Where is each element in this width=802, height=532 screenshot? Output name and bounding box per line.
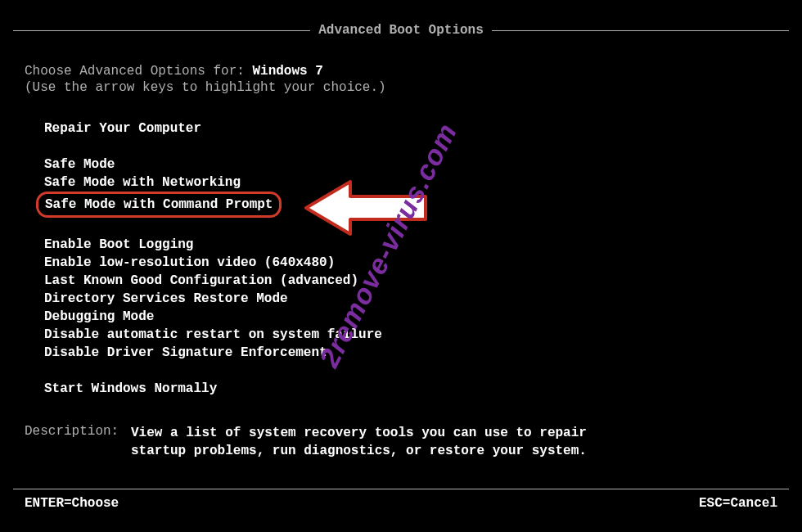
footer-enter-hint: ENTER=Choose (25, 496, 119, 511)
title-bar: Advanced Boot Options (13, 18, 789, 43)
option-safe-mode-networking[interactable]: Safe Mode with Networking (43, 174, 242, 192)
title-line-left (13, 30, 310, 31)
option-debugging-mode[interactable]: Debugging Mode (43, 308, 155, 326)
option-group-1: Repair Your Computer (43, 119, 777, 138)
description-text: View a list of system recovery tools you… (131, 424, 589, 460)
option-safe-mode-command-prompt[interactable]: Safe Mode with Command Prompt (36, 192, 282, 218)
option-enable-boot-logging[interactable]: Enable Boot Logging (43, 236, 195, 254)
page-title: Advanced Boot Options (310, 23, 492, 38)
option-group-4: Start Windows Normally (43, 380, 777, 398)
description-label: Description: (25, 424, 131, 460)
description-block: Description: View a list of system recov… (25, 424, 589, 460)
option-group-2: Safe Mode Safe Mode with Networking Safe… (43, 156, 777, 218)
os-name: Windows 7 (252, 64, 322, 79)
option-group-3: Enable Boot Logging Enable low-resolutio… (43, 236, 777, 362)
option-disable-auto-restart[interactable]: Disable automatic restart on system fail… (43, 326, 384, 344)
option-start-windows-normally[interactable]: Start Windows Normally (43, 380, 219, 398)
option-directory-services-restore[interactable]: Directory Services Restore Mode (43, 290, 290, 308)
option-disable-driver-signature[interactable]: Disable Driver Signature Enforcement (43, 344, 329, 362)
footer-esc-hint: ESC=Cancel (699, 496, 777, 511)
option-last-known-good[interactable]: Last Known Good Configuration (advanced) (43, 272, 360, 290)
options-list: Repair Your Computer Safe Mode Safe Mode… (43, 119, 777, 398)
prompt-line: Choose Advanced Options for: Windows 7 (25, 64, 777, 79)
prompt-prefix: Choose Advanced Options for: (25, 64, 252, 79)
option-safe-mode[interactable]: Safe Mode (43, 156, 116, 174)
option-repair-computer[interactable]: Repair Your Computer (43, 119, 203, 138)
footer-bar: ENTER=Choose ESC=Cancel (25, 496, 777, 511)
content-area: Choose Advanced Options for: Windows 7 (… (25, 64, 777, 416)
arrow-keys-hint: (Use the arrow keys to highlight your ch… (25, 80, 777, 95)
title-line-right (492, 30, 789, 31)
footer-divider (13, 489, 789, 489)
option-low-res-video[interactable]: Enable low-resolution video (640x480) (43, 254, 336, 272)
